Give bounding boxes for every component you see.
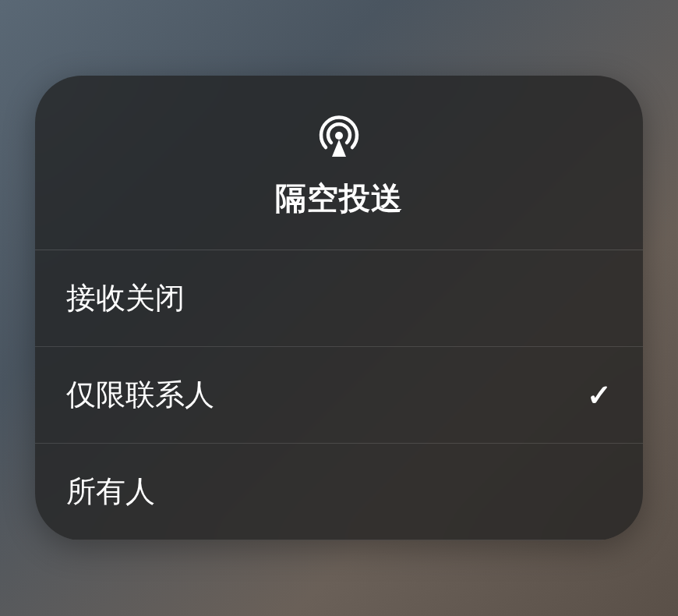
airdrop-icon — [314, 108, 364, 158]
option-label: 接收关闭 — [66, 278, 185, 318]
airdrop-settings-panel: 隔空投送 接收关闭 ✓ 仅限联系人 ✓ 所有人 ✓ — [35, 76, 643, 540]
option-contacts-only[interactable]: 仅限联系人 ✓ — [35, 347, 643, 444]
checkmark-icon: ✓ — [587, 378, 612, 412]
options-list: 接收关闭 ✓ 仅限联系人 ✓ 所有人 ✓ — [35, 250, 643, 540]
panel-header: 隔空投送 — [35, 76, 643, 250]
option-label: 仅限联系人 — [66, 375, 214, 415]
option-everyone[interactable]: 所有人 ✓ — [35, 444, 643, 540]
option-label: 所有人 — [66, 472, 155, 512]
svg-point-0 — [335, 132, 343, 140]
option-receiving-off[interactable]: 接收关闭 ✓ — [35, 250, 643, 347]
panel-title: 隔空投送 — [275, 177, 403, 220]
